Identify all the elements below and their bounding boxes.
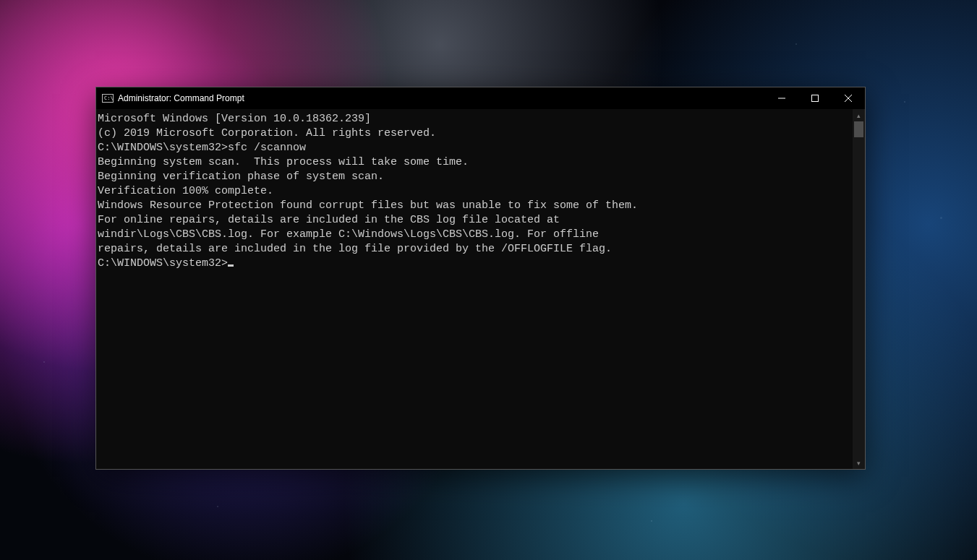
console-line: repairs, details are included in the log… <box>98 242 851 257</box>
console-line: (c) 2019 Microsoft Corporation. All righ… <box>98 126 851 141</box>
console-line: Beginning system scan. This process will… <box>98 155 851 170</box>
window-title: Administrator: Command Prompt <box>118 93 244 103</box>
console-line: C:\WINDOWS\system32>sfc /scannow <box>98 141 851 155</box>
svg-text:C:\: C:\ <box>104 95 114 101</box>
titlebar[interactable]: C:\ Administrator: Command Prompt <box>96 87 865 109</box>
console-line: windir\Logs\CBS\CBS.log. For example C:\… <box>98 228 851 242</box>
close-button[interactable] <box>832 87 865 109</box>
minimize-button[interactable] <box>765 87 798 109</box>
command-prompt-window[interactable]: C:\ Administrator: Command Prompt Micros… <box>95 87 866 470</box>
console-line: Microsoft Windows [Version 10.0.18362.23… <box>98 112 851 126</box>
console-line: C:\WINDOWS\system32> <box>98 257 851 271</box>
svg-rect-3 <box>812 95 819 102</box>
console-line: Beginning verification phase of system s… <box>98 170 851 184</box>
text-cursor <box>228 264 234 267</box>
console-line: Windows Resource Protection found corrup… <box>98 199 851 213</box>
command-prompt-icon: C:\ <box>102 94 114 103</box>
console-output[interactable]: Microsoft Windows [Version 10.0.18362.23… <box>96 109 853 469</box>
vertical-scrollbar[interactable]: ▴ ▾ <box>853 109 865 469</box>
scroll-up-arrow-icon[interactable]: ▴ <box>853 109 865 121</box>
maximize-button[interactable] <box>798 87 832 109</box>
scrollbar-thumb[interactable] <box>854 121 863 137</box>
scroll-down-arrow-icon[interactable]: ▾ <box>853 457 865 469</box>
console-line: For online repairs, details are included… <box>98 213 851 228</box>
console-line: Verification 100% complete. <box>98 184 851 199</box>
